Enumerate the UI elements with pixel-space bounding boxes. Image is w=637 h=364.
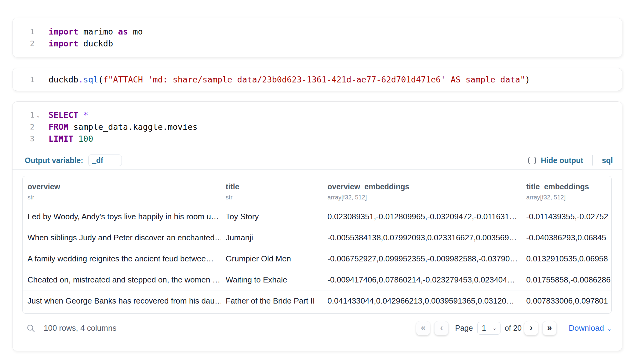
- table-cell: -0.011439355,-0.02752: [521, 206, 611, 227]
- code-token: SELECT: [49, 110, 78, 120]
- code-line: 1⌄SELECT *: [13, 109, 622, 121]
- column-dtype: array[f32, 512]: [327, 194, 519, 201]
- column-name: overview: [27, 182, 218, 191]
- table-cell: Led by Woody, Andy's toys live happily i…: [23, 206, 221, 227]
- table-cell: 0.023089351,-0.012809965,-0.03209472,-0.…: [322, 206, 521, 227]
- column-name: title: [226, 182, 320, 191]
- code-token: [73, 134, 78, 144]
- table-cell: Father of the Bride Part II: [221, 290, 322, 311]
- table-cell: -0.040386293,0.06845: [521, 227, 611, 248]
- code-line: 1duckdb.sql(f"ATTACH 'md:_share/sample_d…: [13, 74, 622, 86]
- code-token: import: [49, 39, 78, 48]
- code-token: *: [83, 110, 88, 120]
- code-token: duckdb: [78, 39, 113, 48]
- code-token: .: [78, 75, 83, 84]
- table-cell: 0.01755858,-0.0086286: [521, 269, 611, 290]
- fold-chevron-icon[interactable]: ⌄: [35, 112, 42, 118]
- output-variable-label: Output variable:: [25, 156, 83, 165]
- result-table: overviewstrtitlestroverview_embeddingsar…: [23, 176, 611, 311]
- table-cell: 0.007833006,0.097801: [521, 290, 611, 311]
- line-number: 2: [30, 121, 35, 133]
- table-footer: 100 rows, 4 columns « ‹ Page 1 ⌄ of 20 ›…: [22, 321, 612, 335]
- code-token: ): [525, 75, 530, 84]
- code-token: (: [98, 75, 103, 84]
- pagination: « ‹ Page 1 ⌄ of 20 › » Download ⌄: [416, 321, 612, 335]
- code-token: FROM: [49, 122, 68, 132]
- table-cell: Jumanji: [221, 227, 322, 248]
- column-dtype: str: [226, 194, 320, 201]
- code-token: sample_data.kaggle.movies: [68, 122, 198, 132]
- code-cell-imports: 1import marimo as mo2import duckdb: [12, 18, 622, 57]
- column-header-title[interactable]: titlestr: [221, 176, 322, 206]
- code-token: 100: [78, 134, 93, 144]
- table-cell: Cheated on, mistreated and stepped on, t…: [23, 269, 221, 290]
- first-page-button[interactable]: «: [416, 321, 430, 335]
- line-number: 2: [30, 38, 35, 49]
- code-token: sql: [83, 75, 98, 84]
- column-header-overview_embeddings[interactable]: overview_embeddingsarray[f32, 512]: [322, 176, 521, 206]
- page-select[interactable]: 1 ⌄: [477, 322, 500, 335]
- page-select-value: 1: [482, 324, 486, 333]
- code-editor[interactable]: 1import marimo as mo2import duckdb: [13, 18, 622, 57]
- code-text: import duckdb: [42, 38, 113, 49]
- first-page-icon: «: [421, 323, 426, 333]
- cell-config-right: Hide output sql: [528, 155, 613, 166]
- table-cell: 0.0132910535,0.06958: [521, 248, 611, 269]
- column-header-title_embeddings[interactable]: title_embeddingsarray[f32, 512]: [521, 176, 611, 206]
- code-token: import: [49, 27, 78, 36]
- table-cell: 0.041433044,0.042966213,0.0039591365,0.0…: [322, 290, 521, 311]
- code-token: as: [118, 27, 128, 36]
- table-cell: Waiting to Exhale: [221, 269, 322, 290]
- table-cell: -0.006752927,0.099952355,-0.009982588,-0…: [322, 248, 521, 269]
- code-editor[interactable]: 1⌄SELECT *2FROM sample_data.kaggle.movie…: [13, 102, 622, 151]
- line-number: 3: [30, 133, 35, 145]
- code-token: f"ATTACH 'md:_share/sample_data/23b0d623…: [103, 75, 525, 84]
- code-token: marimo: [78, 27, 118, 36]
- table-cell: When siblings Judy and Peter discover an…: [23, 227, 221, 248]
- cell-config-row: Output variable: _df Hide output sql: [13, 151, 622, 170]
- code-token: LIMIT: [49, 134, 73, 144]
- last-page-button[interactable]: »: [542, 321, 557, 335]
- code-text: import marimo as mo: [42, 26, 143, 38]
- table-header-row: overviewstrtitlestroverview_embeddingsar…: [23, 176, 611, 206]
- last-page-icon: »: [547, 323, 552, 333]
- cell-output: overviewstrtitlestroverview_embeddingsar…: [13, 170, 622, 351]
- line-number-gutter: 1: [13, 74, 42, 86]
- hide-output-label[interactable]: Hide output: [541, 156, 583, 165]
- table-cell: Toy Story: [221, 206, 322, 227]
- chevron-down-icon: ⌄: [492, 325, 497, 331]
- line-number-gutter: 1⌄: [13, 109, 42, 121]
- line-number: 1: [30, 26, 35, 38]
- hide-output-checkbox[interactable]: [528, 157, 536, 164]
- column-dtype: array[f32, 512]: [526, 194, 609, 201]
- code-line: 2import duckdb: [13, 38, 622, 49]
- row-count-summary: 100 rows, 4 columns: [44, 323, 116, 333]
- divider: [592, 155, 593, 166]
- table-cell: Just when George Banks has recovered fro…: [23, 290, 221, 311]
- next-page-button[interactable]: ›: [524, 321, 538, 335]
- prev-page-button[interactable]: ‹: [434, 321, 449, 335]
- chevron-down-icon: ⌄: [607, 326, 612, 332]
- line-number: 1: [30, 109, 35, 121]
- code-token: mo: [128, 27, 143, 36]
- download-label: Download: [569, 323, 604, 333]
- table-row: Cheated on, mistreated and stepped on, t…: [23, 269, 611, 290]
- sql-cell: 1⌄SELECT *2FROM sample_data.kaggle.movie…: [12, 101, 622, 351]
- column-header-overview[interactable]: overviewstr: [23, 176, 221, 206]
- page-total-label: of 20: [505, 324, 522, 333]
- download-button[interactable]: Download ⌄: [569, 323, 612, 333]
- output-variable-input[interactable]: _df: [88, 155, 122, 166]
- code-editor[interactable]: 1duckdb.sql(f"ATTACH 'md:_share/sample_d…: [13, 68, 622, 91]
- line-number: 1: [30, 74, 35, 86]
- code-line: 3LIMIT 100: [13, 133, 622, 145]
- table-cell: -0.0055384138,0.07992093,0.023316627,0.0…: [322, 227, 521, 248]
- line-number-gutter: 2: [13, 38, 42, 49]
- column-dtype: str: [27, 194, 218, 201]
- code-text: FROM sample_data.kaggle.movies: [42, 121, 198, 133]
- table-cell: -0.009417406,0.07860214,-0.023279453,0.0…: [322, 269, 521, 290]
- line-number-gutter: 3: [13, 133, 42, 145]
- search-icon[interactable]: [27, 324, 35, 333]
- language-badge[interactable]: sql: [602, 156, 613, 165]
- code-text: LIMIT 100: [42, 133, 93, 145]
- result-table-card: overviewstrtitlestroverview_embeddingsar…: [22, 176, 612, 314]
